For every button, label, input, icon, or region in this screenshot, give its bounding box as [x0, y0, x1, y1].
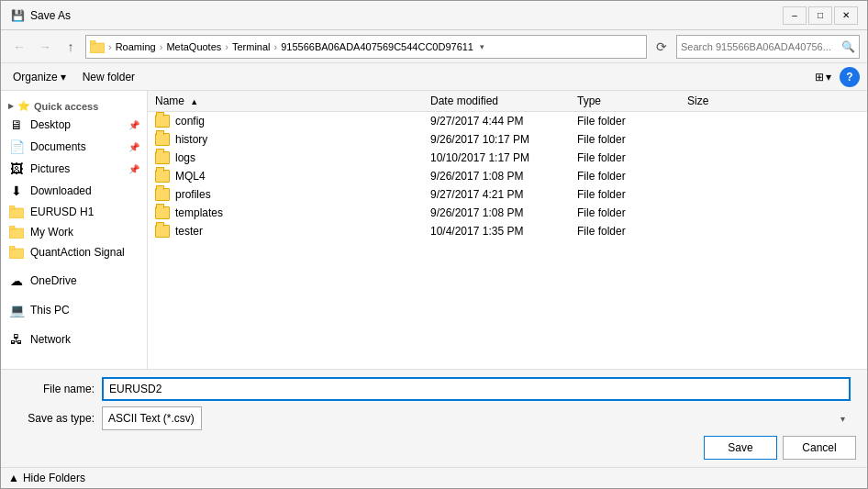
- column-size[interactable]: Size: [687, 94, 761, 107]
- sidebar-item-documents[interactable]: 📄 Documents 📌: [1, 136, 147, 158]
- table-row[interactable]: history 9/26/2017 10:17 PM File folder: [148, 130, 867, 149]
- sidebar-item-downloaded[interactable]: ⬇ Downloaded: [1, 180, 147, 202]
- file-date: 9/26/2017 10:17 PM: [430, 133, 577, 146]
- file-name-cell: logs: [155, 151, 430, 164]
- sidebar-item-eurusd[interactable]: EURUSD H1: [1, 202, 147, 222]
- footer: File name: Save as type: ASCII Text (*.c…: [1, 369, 867, 467]
- folder-icon: [155, 115, 170, 128]
- file-date: 9/26/2017 1:08 PM: [430, 206, 577, 219]
- svg-rect-1: [90, 40, 95, 44]
- desktop-icon: 🖥: [8, 117, 25, 132]
- search-box: 🔍: [676, 35, 860, 59]
- folder-icon: [155, 188, 170, 201]
- downloaded-icon: ⬇: [8, 183, 25, 198]
- cancel-button[interactable]: Cancel: [783, 436, 856, 460]
- svg-rect-3: [9, 206, 15, 209]
- sidebar-item-mywork[interactable]: My Work: [1, 222, 147, 242]
- title-bar: 💾 Save As – □ ✕: [1, 1, 867, 30]
- table-row[interactable]: MQL4 9/26/2017 1:08 PM File folder: [148, 167, 867, 185]
- file-name-cell: history: [155, 133, 430, 146]
- help-button[interactable]: ?: [840, 67, 860, 87]
- back-button[interactable]: ←: [8, 36, 30, 58]
- breadcrumb-metaquotes[interactable]: MetaQuotes: [166, 41, 221, 52]
- file-name: templates: [175, 206, 223, 219]
- table-row[interactable]: logs 10/10/2017 1:17 PM File folder: [148, 149, 867, 167]
- file-name: tester: [175, 225, 203, 238]
- column-date[interactable]: Date modified: [430, 94, 577, 107]
- refresh-button[interactable]: ⟳: [651, 35, 673, 59]
- table-row[interactable]: templates 9/26/2017 1:08 PM File folder: [148, 204, 867, 222]
- pin-icon-documents: 📌: [128, 142, 139, 152]
- sidebar-item-onedrive[interactable]: ☁ OneDrive: [1, 270, 147, 292]
- footer-buttons: Save Cancel: [12, 436, 856, 460]
- sidebar-label-eurusd: EURUSD H1: [30, 206, 94, 218]
- view-button[interactable]: ⊞ ▾: [810, 68, 836, 86]
- file-name-cell: MQL4: [155, 170, 430, 183]
- mywork-icon: [8, 226, 25, 239]
- new-folder-button[interactable]: New folder: [78, 68, 139, 86]
- organize-dropdown-icon: ▾: [61, 71, 66, 83]
- main-content: ▸ ⭐ Quick access 🖥 Desktop 📌 📄 Documents…: [1, 91, 867, 369]
- thispc-icon: 💻: [8, 303, 25, 317]
- hide-folders-row: ▲ Hide Folders: [1, 467, 867, 488]
- quick-access-arrow: ▸: [8, 100, 14, 112]
- network-icon: 🖧: [8, 332, 25, 347]
- column-type[interactable]: Type: [577, 94, 687, 107]
- address-bar[interactable]: › Roaming › MetaQuotes › Terminal › 9155…: [85, 35, 647, 59]
- sidebar-label-desktop: Desktop: [30, 118, 71, 131]
- pin-icon-desktop: 📌: [128, 120, 139, 130]
- hide-folders-label: Hide Folders: [23, 472, 85, 484]
- breadcrumb-folder-id[interactable]: 915566BA06ADA407569C544CC0D97611: [281, 41, 473, 52]
- file-date: 9/26/2017 1:08 PM: [430, 170, 577, 183]
- hide-folders-link[interactable]: ▲ Hide Folders: [8, 472, 85, 484]
- dialog-icon: 💾: [10, 8, 25, 23]
- column-name[interactable]: Name ▲: [155, 94, 430, 107]
- sep4: ›: [274, 41, 278, 52]
- quantaction-icon: [8, 246, 25, 259]
- sidebar-item-desktop[interactable]: 🖥 Desktop 📌: [1, 114, 147, 136]
- quick-access-label: Quick access: [34, 101, 98, 112]
- breadcrumb-terminal[interactable]: Terminal: [232, 41, 271, 52]
- sidebar-item-quantaction[interactable]: QuantAction Signal: [1, 242, 147, 262]
- breadcrumb-folder-icon: [90, 39, 105, 54]
- sep2: ›: [160, 41, 163, 52]
- sidebar-item-thispc[interactable]: 💻 This PC: [1, 299, 147, 321]
- onedrive-icon: ☁: [8, 273, 25, 288]
- table-row[interactable]: profiles 9/27/2017 4:21 PM File folder: [148, 185, 867, 204]
- file-list-header: Name ▲ Date modified Type Size: [148, 91, 867, 112]
- savetype-select[interactable]: ASCII Text (*.csv): [102, 406, 202, 430]
- up-button[interactable]: ↑: [60, 36, 82, 58]
- window-controls: – □ ✕: [783, 6, 858, 25]
- forward-button[interactable]: →: [34, 36, 56, 58]
- file-rows-container: config 9/27/2017 4:44 PM File folder his…: [148, 112, 867, 240]
- file-date: 9/27/2017 4:21 PM: [430, 188, 577, 201]
- maximize-button[interactable]: □: [808, 6, 832, 25]
- minimize-button[interactable]: –: [783, 6, 807, 25]
- file-type: File folder: [577, 206, 687, 219]
- sidebar-label-mywork: My Work: [30, 226, 73, 239]
- table-row[interactable]: tester 10/4/2017 1:35 PM File folder: [148, 222, 867, 240]
- sidebar-item-network[interactable]: 🖧 Network: [1, 328, 147, 350]
- savetype-wrapper: ASCII Text (*.csv): [102, 406, 851, 430]
- sep3: ›: [225, 41, 228, 52]
- filename-input[interactable]: [102, 377, 851, 401]
- sidebar: ▸ ⭐ Quick access 🖥 Desktop 📌 📄 Documents…: [1, 91, 148, 369]
- file-date: 10/10/2017 1:17 PM: [430, 151, 577, 164]
- organize-button[interactable]: Organize ▾: [8, 68, 71, 86]
- folder-icon: [155, 206, 170, 219]
- file-name-cell: config: [155, 115, 430, 128]
- save-button[interactable]: Save: [704, 436, 777, 460]
- sidebar-label-onedrive: OneDrive: [30, 274, 77, 287]
- close-button[interactable]: ✕: [834, 6, 858, 25]
- breadcrumb-roaming[interactable]: Roaming: [116, 41, 156, 52]
- file-type: File folder: [577, 151, 687, 164]
- search-input[interactable]: [677, 41, 837, 52]
- sidebar-label-pictures: Pictures: [30, 162, 70, 175]
- breadcrumb-dropdown[interactable]: ▾: [475, 36, 488, 58]
- sidebar-item-pictures[interactable]: 🖼 Pictures 📌: [1, 158, 147, 180]
- table-row[interactable]: config 9/27/2017 4:44 PM File folder: [148, 112, 867, 130]
- svg-rect-5: [9, 226, 15, 229]
- folder-icon: [155, 225, 170, 238]
- quick-access-group[interactable]: ▸ ⭐ Quick access: [1, 94, 147, 114]
- file-list: Name ▲ Date modified Type Size config 9/…: [148, 91, 867, 369]
